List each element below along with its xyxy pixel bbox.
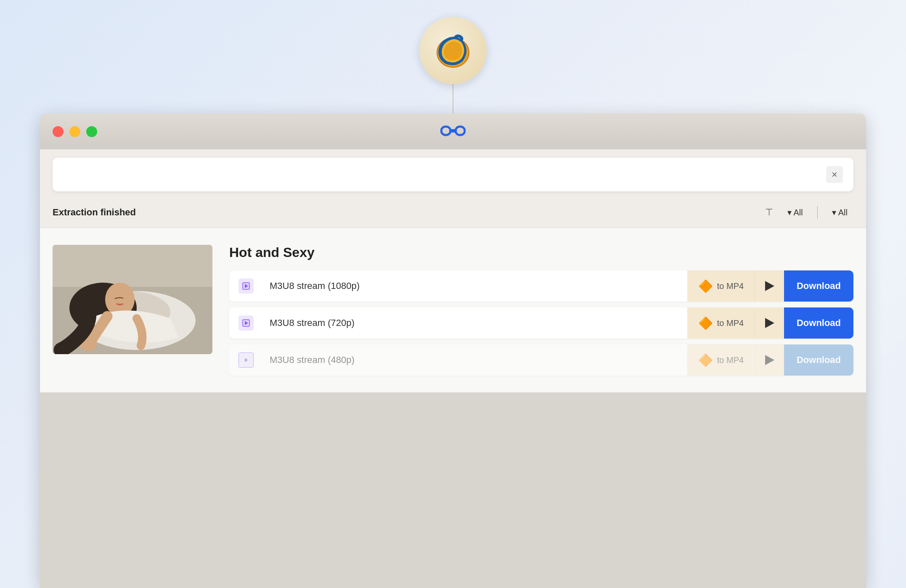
title-bar	[40, 114, 866, 149]
filter-icon: ⊤	[765, 207, 773, 218]
vlc-label-1: to MP4	[717, 281, 744, 291]
vlc-cone-icon-2: 🔶	[698, 316, 713, 330]
vlc-convert-button-3[interactable]: 🔶 to MP4	[687, 344, 755, 376]
play-button-1[interactable]	[755, 270, 784, 302]
stream-icon-cell-1	[229, 270, 263, 302]
vlc-cone-icon-3: 🔶	[698, 353, 713, 367]
thumbnail-image-svg	[53, 245, 212, 354]
play-button-3[interactable]	[755, 344, 784, 376]
svg-rect-1	[441, 127, 450, 135]
window-controls	[53, 126, 97, 137]
play-button-2[interactable]	[755, 307, 784, 339]
filter-all-label-2: All	[838, 208, 848, 217]
chevron-down-icon-1: ▾	[787, 207, 792, 217]
chevron-down-icon-2: ▾	[832, 207, 836, 217]
maximize-button[interactable]	[86, 126, 97, 137]
filter-dropdown-1[interactable]: ▾ All	[781, 205, 809, 220]
content-area: Hot and Sexy	[40, 228, 866, 392]
link-icon	[440, 123, 466, 138]
svg-marker-17	[245, 358, 248, 362]
filter-separator	[817, 206, 818, 219]
play-square-icon-1	[242, 282, 250, 290]
search-bar: ×	[53, 158, 853, 191]
stream-play-icon-1	[238, 278, 254, 294]
play-square-icon-3	[242, 356, 250, 364]
stream-icon-cell-3	[229, 344, 263, 376]
minimize-button[interactable]	[69, 126, 80, 137]
stream-row: M3U8 stream (1080p) 🔶 to MP4 Download	[229, 270, 853, 302]
play-triangle-icon-3	[765, 355, 774, 365]
search-input[interactable]	[63, 169, 826, 180]
stream-play-icon-3	[238, 352, 254, 368]
main-window: × Extraction finished ⊤ ▾ All ▾ All	[40, 114, 866, 588]
stream-label-3: M3U8 stream (480p)	[263, 355, 687, 366]
app-icon	[419, 17, 487, 84]
stream-row: M3U8 stream (720p) 🔶 to MP4 Download	[229, 307, 853, 339]
thumbnail-scene	[53, 245, 212, 354]
stream-row: M3U8 stream (480p) 🔶 to MP4 Download	[229, 344, 853, 376]
download-button-2[interactable]: Download	[784, 307, 853, 339]
close-button[interactable]	[53, 126, 64, 137]
app-logo-svg	[432, 29, 474, 72]
stream-label-1: M3U8 stream (1080p)	[263, 281, 687, 291]
title-bar-center	[440, 123, 466, 140]
vlc-label-3: to MP4	[717, 355, 744, 365]
search-area: ×	[40, 149, 866, 200]
clear-button[interactable]: ×	[826, 166, 843, 183]
play-triangle-icon-2	[765, 318, 774, 328]
vlc-convert-button-1[interactable]: 🔶 to MP4	[687, 270, 755, 302]
filter-dropdown-2[interactable]: ▾ All	[826, 205, 853, 220]
download-button-3[interactable]: Download	[784, 344, 853, 376]
video-title: Hot and Sexy	[229, 245, 853, 260]
svg-rect-3	[449, 129, 457, 132]
play-triangle-icon-1	[765, 281, 774, 291]
stream-label-2: M3U8 stream (720p)	[263, 318, 687, 328]
stream-list: M3U8 stream (1080p) 🔶 to MP4 Download	[229, 270, 853, 376]
stream-icon-cell-2	[229, 307, 263, 339]
vlc-label-2: to MP4	[717, 318, 744, 328]
stream-play-icon-2	[238, 315, 254, 331]
play-square-icon-2	[242, 319, 250, 327]
vlc-cone-icon-1: 🔶	[698, 279, 713, 293]
video-section: Hot and Sexy	[53, 245, 853, 376]
download-button-1[interactable]: Download	[784, 270, 853, 302]
extraction-status: Extraction finished	[53, 207, 136, 218]
svg-rect-2	[456, 127, 465, 135]
vlc-convert-button-2[interactable]: 🔶 to MP4	[687, 307, 755, 339]
filter-all-label-1: All	[794, 208, 803, 217]
filter-bar: Extraction finished ⊤ ▾ All ▾ All	[40, 200, 866, 228]
video-thumbnail	[53, 245, 212, 354]
video-info: Hot and Sexy	[229, 245, 853, 376]
